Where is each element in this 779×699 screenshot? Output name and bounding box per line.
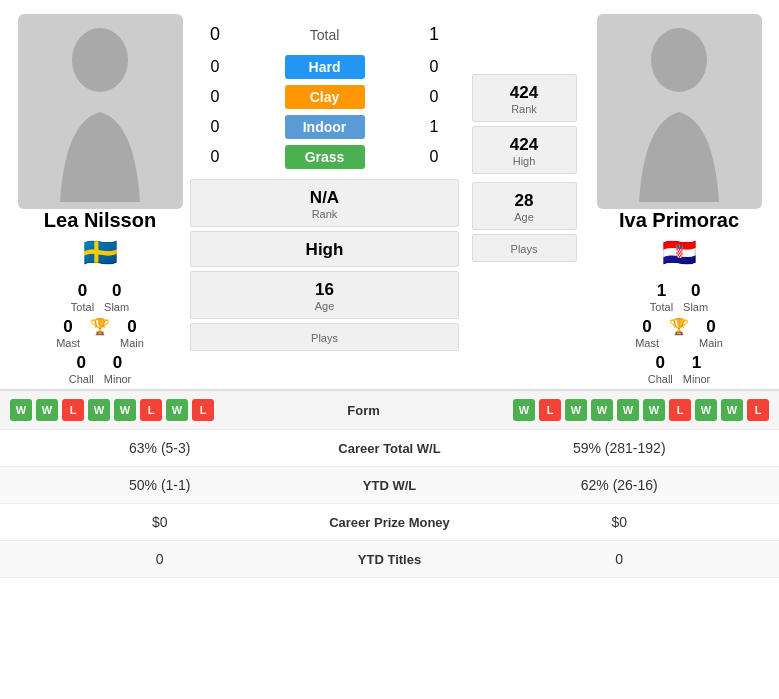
form-badge-l: L — [192, 399, 214, 421]
indoor-badge-wrap: Indoor — [240, 115, 409, 139]
indoor-badge: Indoor — [285, 115, 365, 139]
left-grass-score: 0 — [190, 148, 240, 166]
right-player-name: Iva Primorac — [619, 209, 739, 232]
form-badge-l: L — [140, 399, 162, 421]
stat-right-0: 59% (281-192) — [480, 440, 760, 456]
left-stats-row2: 0 Mast 🏆 0 Main — [56, 317, 144, 349]
form-badge-w: W — [643, 399, 665, 421]
form-badge-l: L — [669, 399, 691, 421]
stat-left-1: 50% (1-1) — [20, 477, 300, 493]
right-total-score: 1 — [409, 24, 459, 45]
clay-badge-wrap: Clay — [240, 85, 409, 109]
right-minor-stat: 1 Minor — [683, 353, 711, 385]
form-badge-w: W — [114, 399, 136, 421]
svg-point-0 — [72, 28, 128, 92]
right-clay-score: 0 — [409, 88, 459, 106]
total-label: Total — [240, 27, 409, 43]
left-player-col: Lea Nilsson 🇸🇪 0 Total 0 Slam 0 Mast — [10, 14, 190, 385]
grass-badge-wrap: Grass — [240, 145, 409, 169]
right-player-col: Iva Primorac 🇭🇷 1 Total 0 Slam 0 Mast — [589, 14, 769, 385]
left-hard-score: 0 — [190, 58, 240, 76]
left-stats-row3: 0 Chall 0 Minor — [69, 353, 132, 385]
form-badge-w: W — [591, 399, 613, 421]
right-slam-stat: 0 Slam — [683, 281, 708, 313]
grass-row: 0 Grass 0 — [190, 145, 459, 169]
right-form-badges: WLWWWWLWWL — [513, 399, 769, 421]
form-badge-l: L — [62, 399, 84, 421]
stat-row-1: 50% (1-1) YTD W/L 62% (26-16) — [0, 467, 779, 504]
middle-col: 0 Total 1 0 Hard 0 0 Clay — [190, 14, 459, 351]
right-grass-score: 0 — [409, 148, 459, 166]
left-slam-stat: 0 Slam — [104, 281, 129, 313]
right-rank-value: 424 — [487, 83, 562, 103]
right-age-label: Age — [487, 211, 562, 223]
stat-left-3: 0 — [20, 551, 300, 567]
rank-box: N/A Rank — [190, 179, 459, 227]
left-trophy-icon: 🏆 — [90, 317, 110, 349]
left-form-badges: WWLWWLWL — [10, 399, 214, 421]
right-hard-score: 0 — [409, 58, 459, 76]
right-high-label: High — [487, 155, 562, 167]
right-player-flag: 🇭🇷 — [662, 236, 697, 269]
right-high-box: 424 High — [472, 126, 577, 174]
age-box: 16 Age — [190, 271, 459, 319]
mid-stat-boxes: N/A Rank High 16 Age Plays — [190, 179, 459, 351]
stat-label-1: YTD W/L — [300, 478, 480, 493]
plays-box: Plays — [190, 323, 459, 351]
left-chall-stat: 0 Chall — [69, 353, 94, 385]
stats-rows: 63% (5-3) Career Total W/L 59% (281-192)… — [0, 430, 779, 578]
right-chall-stat: 0 Chall — [648, 353, 673, 385]
stat-row-0: 63% (5-3) Career Total W/L 59% (281-192) — [0, 430, 779, 467]
main-container: Lea Nilsson 🇸🇪 0 Total 0 Slam 0 Mast — [0, 0, 779, 578]
left-mast-stat: 0 Mast — [56, 317, 80, 349]
top-section: Lea Nilsson 🇸🇪 0 Total 0 Slam 0 Mast — [0, 0, 779, 385]
hard-row: 0 Hard 0 — [190, 55, 459, 79]
form-badge-w: W — [695, 399, 717, 421]
right-stats-row1: 1 Total 0 Slam — [650, 281, 708, 313]
grass-badge: Grass — [285, 145, 365, 169]
right-mast-stat: 0 Mast — [635, 317, 659, 349]
clay-badge: Clay — [285, 85, 365, 109]
left-main-stat: 0 Main — [120, 317, 144, 349]
left-total-score: 0 — [190, 24, 240, 45]
stat-left-2: $0 — [20, 514, 300, 530]
hard-badge-wrap: Hard — [240, 55, 409, 79]
form-badge-w: W — [513, 399, 535, 421]
hard-badge: Hard — [285, 55, 365, 79]
left-player-flag: 🇸🇪 — [83, 236, 118, 269]
right-player-photo — [597, 14, 762, 209]
right-stats-row2: 0 Mast 🏆 0 Main — [635, 317, 723, 349]
left-plays-value: Plays — [195, 332, 454, 344]
total-score-row: 0 Total 1 — [190, 14, 459, 51]
right-plays-box: Plays — [472, 234, 577, 262]
form-badge-w: W — [721, 399, 743, 421]
left-player-photo — [18, 14, 183, 209]
stat-row-2: $0 Career Prize Money $0 — [0, 504, 779, 541]
form-badge-w: W — [617, 399, 639, 421]
form-row: WWLWWLWL Form WLWWWWLWWL — [0, 391, 779, 430]
form-badge-w: W — [36, 399, 58, 421]
form-badge-l: L — [539, 399, 561, 421]
stat-right-3: 0 — [480, 551, 760, 567]
rank-label: Rank — [195, 208, 454, 220]
clay-row: 0 Clay 0 — [190, 85, 459, 109]
form-label: Form — [294, 403, 434, 418]
form-badge-w: W — [88, 399, 110, 421]
stat-row-3: 0 YTD Titles 0 — [0, 541, 779, 578]
right-age-box: 28 Age — [472, 182, 577, 230]
left-clay-score: 0 — [190, 88, 240, 106]
right-stats-row3: 0 Chall 1 Minor — [648, 353, 711, 385]
right-total-stat: 1 Total — [650, 281, 673, 313]
high-box: High — [190, 231, 459, 267]
right-rank-box: 424 Rank — [472, 74, 577, 122]
stat-right-2: $0 — [480, 514, 760, 530]
right-plays-value: Plays — [487, 243, 562, 255]
stat-right-1: 62% (26-16) — [480, 477, 760, 493]
right-main-stat: 0 Main — [699, 317, 723, 349]
left-age-value: 16 — [195, 280, 454, 300]
form-section: WWLWWLWL Form WLWWWWLWWL 63% (5-3) Caree… — [0, 389, 779, 578]
stat-left-0: 63% (5-3) — [20, 440, 300, 456]
svg-point-1 — [651, 28, 707, 92]
form-badge-l: L — [747, 399, 769, 421]
age-label: Age — [195, 300, 454, 312]
